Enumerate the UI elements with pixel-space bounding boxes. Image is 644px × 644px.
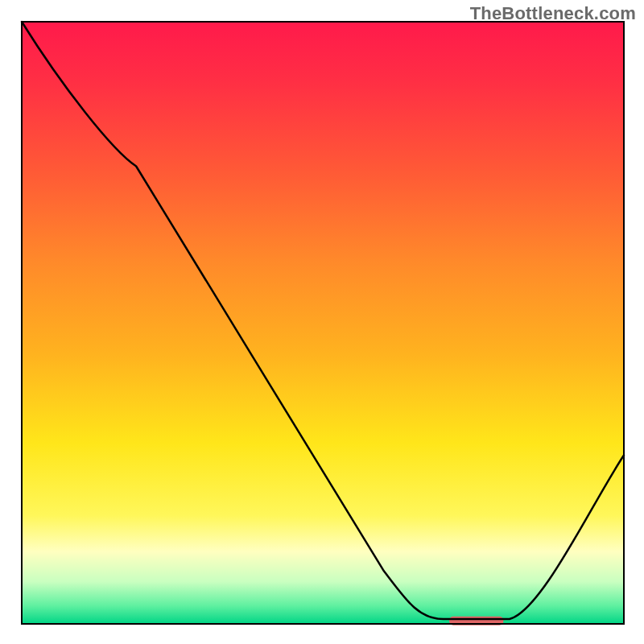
chart-container: TheBottleneck.com — [0, 0, 644, 644]
bottleneck-chart — [0, 0, 644, 644]
plot-background — [22, 22, 624, 624]
watermark-text: TheBottleneck.com — [470, 3, 636, 24]
